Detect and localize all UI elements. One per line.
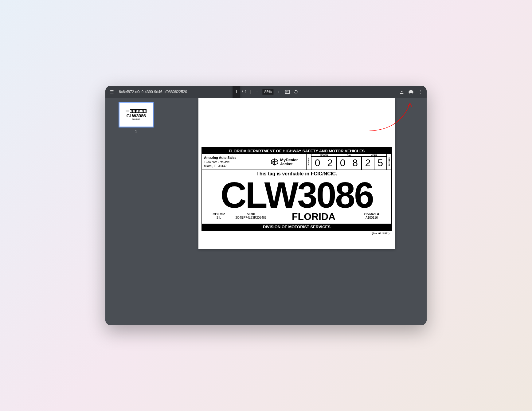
state-col: FLORIDA — [271, 211, 356, 222]
temp-tag: FLORIDA DEPARTMENT OF HIGHWAY SAFETY AND… — [201, 147, 392, 231]
date-group: MONTH DAY YEAR 02 08 25 — [311, 154, 386, 170]
color-col: COLORSIL — [206, 212, 231, 219]
menu-icon[interactable]: ☰ — [108, 88, 115, 95]
thumbnail-number: 1 — [135, 129, 137, 133]
rotate-icon — [293, 89, 299, 95]
dealer-addr2: Miami, FL 33147 — [204, 164, 227, 168]
dealer-info: Amazing Auto Sales 1234 NW 27th Ave Miam… — [202, 154, 262, 170]
tag-footer: DIVISION OF MOTORIST SERVICES — [202, 224, 391, 230]
fit-page-button[interactable] — [284, 88, 291, 95]
dealer-addr1: 1234 NW 27th Ave — [204, 160, 229, 164]
pdf-page: FLORIDA DEPARTMENT OF HIGHWAY SAFETY AND… — [198, 98, 395, 249]
year-label: YEAR — [362, 154, 386, 156]
fit-page-icon — [285, 89, 290, 95]
tag-header: FLORIDA DEPARTMENT OF HIGHWAY SAFETY AND… — [202, 148, 391, 154]
tag-details-row: COLORSIL VIN#2C4GP74L83R208483 FLORIDA C… — [202, 212, 391, 224]
download-button[interactable] — [398, 88, 405, 95]
zoom-out-button[interactable]: − — [254, 88, 261, 95]
page-thumbnail[interactable]: 020825 CLW3086 FLORIDA — [119, 102, 154, 127]
zoom-value[interactable]: 85% — [263, 89, 274, 95]
viewer-body: 020825 CLW3086 FLORIDA 1 FLORIDA DEPARTM… — [105, 98, 427, 325]
more-button[interactable]: ⋮ — [417, 88, 424, 95]
day-label: DAY — [336, 154, 361, 156]
dealer-name: Amazing Auto Sales — [204, 156, 236, 159]
dealer-jacket-icon — [270, 158, 279, 166]
rotate-button[interactable] — [293, 88, 299, 95]
expires-left: EXPIRES — [307, 154, 311, 170]
toolbar-right: ⋮ — [398, 88, 424, 95]
print-icon — [408, 89, 414, 95]
divider: | — [250, 90, 251, 94]
svg-rect-0 — [285, 90, 290, 94]
toolbar: ☰ 6c6ef872-d0e9-4390-9d46-bf0880622520 /… — [105, 86, 427, 98]
expires-right: EXPIRES — [386, 154, 391, 170]
document-title: 6c6ef872-d0e9-4390-9d46-bf0880622520 — [119, 90, 187, 94]
plate-number: CLW3086 — [202, 177, 391, 212]
month-label: MONTH — [311, 154, 336, 156]
control-col: Control #A100116 — [356, 212, 387, 219]
zoom-in-button[interactable]: + — [276, 88, 282, 95]
print-button[interactable] — [408, 88, 414, 95]
logo-cell: MyDealerJacket — [262, 154, 307, 170]
page-sep: / — [242, 90, 243, 94]
pdf-viewer-window: ☰ 6c6ef872-d0e9-4390-9d46-bf0880622520 /… — [105, 86, 427, 325]
page-total: 1 — [245, 90, 247, 94]
date-digits: 02 08 25 — [311, 157, 386, 170]
download-icon — [399, 89, 405, 95]
thumbnail-sidebar: 020825 CLW3086 FLORIDA 1 — [105, 98, 167, 325]
logo-text: MyDealerJacket — [280, 158, 298, 166]
tag-row-info: Amazing Auto Sales 1234 NW 27th Ave Miam… — [202, 154, 391, 170]
page-viewer[interactable]: FLORIDA DEPARTMENT OF HIGHWAY SAFETY AND… — [167, 98, 427, 325]
revision-text: (Rev. 09 / 2011) — [372, 232, 389, 235]
vin-col: VIN#2C4GP74L83R208483 — [231, 212, 271, 219]
